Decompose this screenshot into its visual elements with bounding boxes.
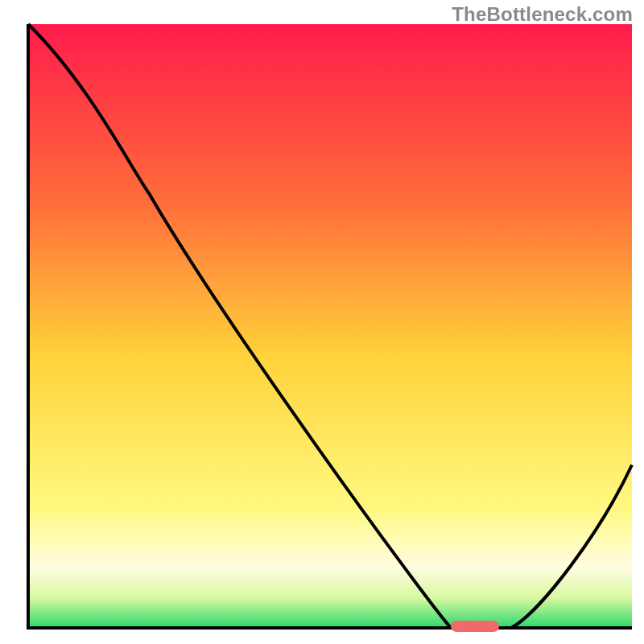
optimal-range-marker xyxy=(451,621,499,632)
bottleneck-chart xyxy=(0,0,644,644)
watermark-text: TheBottleneck.com xyxy=(452,3,633,26)
chart-container: TheBottleneck.com xyxy=(0,0,644,644)
chart-background xyxy=(28,24,632,628)
